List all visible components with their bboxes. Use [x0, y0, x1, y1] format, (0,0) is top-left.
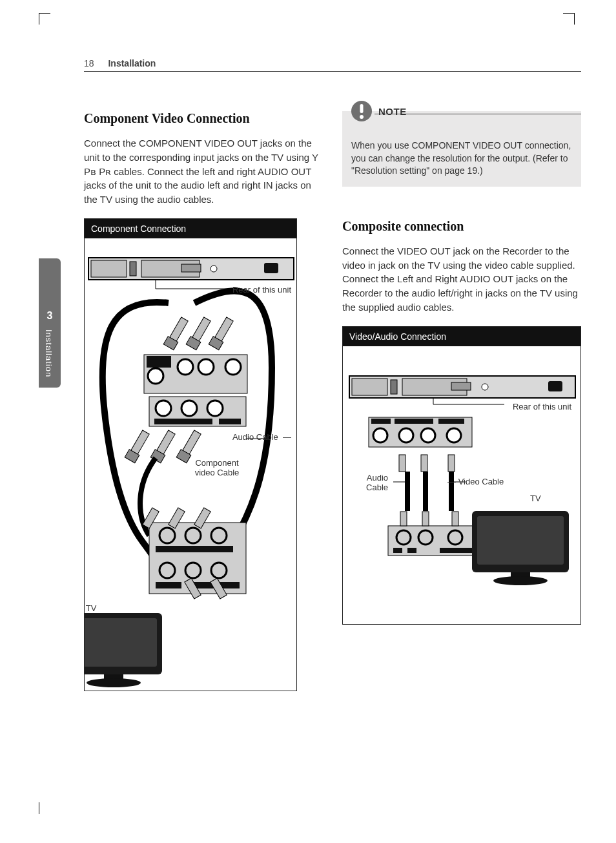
- svg-rect-19: [170, 317, 188, 341]
- svg-rect-47: [85, 618, 157, 667]
- svg-point-5: [210, 265, 217, 272]
- crop-mark: [574, 13, 575, 25]
- svg-rect-4: [181, 264, 201, 272]
- svg-rect-70: [448, 455, 455, 472]
- svg-point-49: [87, 678, 141, 687]
- svg-rect-82: [477, 516, 564, 565]
- svg-rect-75: [393, 548, 402, 553]
- crop-mark: [39, 13, 50, 14]
- svg-point-65: [399, 428, 413, 442]
- svg-point-9: [148, 368, 163, 384]
- label-rear-unit: Rear of this unit: [513, 402, 571, 412]
- diagram-stage: Rear of this unit Audio Cable — Video Ca…: [343, 346, 580, 624]
- svg-rect-21: [192, 317, 210, 341]
- svg-point-58: [482, 384, 488, 390]
- exclamation-icon: [350, 99, 373, 123]
- svg-point-14: [156, 401, 171, 416]
- svg-rect-57: [451, 382, 471, 390]
- note-label: NOTE: [378, 105, 407, 118]
- svg-rect-35: [156, 546, 233, 552]
- svg-point-11: [198, 359, 214, 375]
- heading-component-video: Component Video Connection: [84, 111, 323, 126]
- header-section: Installation: [108, 58, 156, 68]
- diagram-component-connection: Component Connection: [84, 218, 297, 691]
- svg-rect-8: [147, 356, 171, 368]
- svg-point-67: [447, 428, 461, 442]
- label-video-cable: — Video Cable: [447, 477, 525, 487]
- note-box: NOTE When you use COMPONENT VIDEO OUT co…: [342, 111, 581, 187]
- page-header: 18 Installation: [84, 58, 156, 68]
- svg-rect-27: [157, 430, 175, 454]
- crop-mark: [563, 13, 575, 14]
- label-tv: TV: [530, 494, 541, 504]
- svg-rect-51: [360, 104, 364, 113]
- svg-rect-76: [407, 548, 416, 553]
- body-component-video: Connect the COMPONENT VIDEO OUT jacks on…: [84, 136, 323, 207]
- diagram-caption: Component Connection: [85, 219, 296, 238]
- chapter-tab: 3 Installation: [39, 258, 61, 388]
- right-column: NOTE When you use COMPONENT VIDEO OUT co…: [342, 111, 581, 625]
- label-rear-unit: Rear of this unit: [232, 285, 291, 295]
- chapter-number: 3: [39, 310, 61, 322]
- body-composite: Connect the VIDEO OUT jack on the Record…: [342, 244, 581, 315]
- svg-rect-77: [440, 548, 472, 553]
- manual-page: 18 Installation 3 Installation Component…: [39, 13, 575, 814]
- page-number: 18: [84, 58, 94, 68]
- svg-rect-2: [130, 262, 136, 276]
- svg-rect-39: [156, 582, 181, 588]
- svg-rect-6: [264, 263, 278, 273]
- svg-rect-1: [91, 260, 127, 277]
- svg-point-52: [360, 115, 364, 119]
- svg-rect-54: [352, 379, 387, 395]
- svg-rect-55: [391, 380, 397, 394]
- diagram-stage: Rear of this unit Audio Cable — Componen…: [85, 238, 296, 691]
- svg-rect-62: [395, 419, 433, 424]
- crop-mark: [39, 13, 39, 25]
- label-component-cable: Component video Cable: [181, 458, 252, 478]
- svg-point-84: [493, 576, 548, 585]
- svg-point-16: [207, 401, 223, 416]
- left-column: Component Video Connection Connect the C…: [84, 111, 323, 691]
- svg-point-64: [373, 428, 387, 442]
- svg-rect-79: [422, 512, 429, 526]
- svg-rect-80: [452, 512, 458, 526]
- svg-rect-78: [400, 512, 407, 526]
- svg-rect-29: [183, 430, 201, 454]
- svg-point-10: [178, 359, 193, 375]
- svg-rect-61: [371, 419, 391, 424]
- svg-rect-17: [154, 419, 212, 424]
- chapter-label: Installation: [44, 329, 54, 377]
- svg-rect-69: [421, 455, 427, 472]
- label-tv: TV: [85, 603, 110, 614]
- crop-mark: [39, 802, 39, 814]
- svg-rect-23: [215, 317, 233, 341]
- diagram-composite-connection: Video/Audio Connection: [342, 326, 581, 625]
- svg-point-12: [225, 359, 241, 375]
- heading-composite: Composite connection: [342, 219, 581, 234]
- label-audio-cable: Audio Cable —: [232, 432, 291, 442]
- svg-rect-18: [219, 419, 241, 424]
- svg-rect-63: [438, 419, 464, 424]
- svg-point-66: [421, 428, 435, 442]
- header-rule: [84, 71, 581, 72]
- note-body: When you use COMPONENT VIDEO OUT connect…: [351, 140, 571, 176]
- diagram-caption: Video/Audio Connection: [343, 327, 580, 346]
- label-audio-cable: Audio Cable: [349, 473, 388, 493]
- svg-rect-25: [131, 430, 149, 454]
- svg-point-15: [181, 401, 197, 416]
- svg-rect-59: [548, 381, 562, 391]
- svg-rect-68: [399, 455, 406, 472]
